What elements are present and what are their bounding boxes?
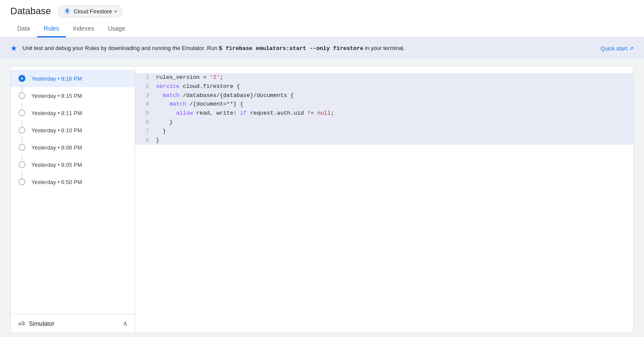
banner-text-before: Unit test and debug your Rules by downlo…	[22, 45, 217, 51]
timeline-item[interactable]: Yesterday • 8:11 PM	[11, 104, 135, 122]
code-line: 1 rules_version = '2';	[135, 73, 633, 82]
line-number: 7	[135, 127, 156, 136]
line-content: match /databases/{database}/documents {	[156, 91, 633, 100]
timeline-dot	[19, 92, 25, 99]
line-number: 8	[135, 136, 156, 145]
external-link-icon: ↗	[629, 45, 634, 52]
tab-rules[interactable]: Rules	[37, 21, 66, 37]
chevron-down-icon: ▾	[115, 9, 117, 14]
star-icon: ★	[10, 44, 17, 53]
line-content: allow read, write: if request.auth.uid !…	[156, 109, 633, 118]
info-banner: ★ Unit test and debug your Rules by down…	[0, 37, 644, 59]
line-number: 3	[135, 91, 156, 100]
code-line: 7 }	[135, 127, 633, 136]
timeline-label: Yesterday • 8:10 PM	[31, 127, 82, 134]
editor-panel: 1 rules_version = '2'; 2 service cloud.f…	[135, 66, 634, 333]
tab-indexes[interactable]: Indexes	[66, 21, 101, 37]
timeline-connector	[18, 144, 26, 151]
line-number: 2	[135, 82, 156, 91]
line-number: 1	[135, 73, 156, 82]
timeline-connector	[18, 161, 26, 168]
code-line: 3 match /databases/{database}/documents …	[135, 91, 633, 100]
timeline-item[interactable]: Yesterday • 8:05 PM	[11, 156, 135, 173]
timeline-connector	[18, 127, 26, 134]
line-number: 5	[135, 109, 156, 118]
timeline-connector	[18, 92, 26, 99]
timeline-item[interactable]: Yesterday • 6:50 PM	[11, 173, 135, 190]
page-header: Database Cloud Firestore ▾ Data Rules In…	[0, 0, 644, 37]
firestore-icon	[63, 7, 71, 15]
timeline-list: Yesterday • 8:16 PM Yesterday • 8:15 PM …	[11, 66, 135, 314]
line-number: 4	[135, 100, 156, 109]
simulator-icon	[18, 320, 25, 328]
line-number: 6	[135, 118, 156, 127]
banner-text: Unit test and debug your Rules by downlo…	[22, 45, 595, 52]
timeline-connector	[18, 178, 26, 185]
line-content: service cloud.firestore {	[156, 82, 633, 91]
code-editor[interactable]: 1 rules_version = '2'; 2 service cloud.f…	[135, 66, 633, 333]
tab-nav: Data Rules Indexes Usage	[10, 21, 634, 37]
timeline-dot	[19, 127, 25, 134]
code-line: 5 allow read, write: if request.auth.uid…	[135, 109, 633, 118]
timeline-panel: Yesterday • 8:16 PM Yesterday • 8:15 PM …	[10, 66, 135, 333]
simulator-label: Simulator	[29, 320, 54, 327]
simulator-toggle-button[interactable]: ∧	[123, 319, 128, 328]
timeline-label: Yesterday • 8:06 PM	[31, 144, 82, 151]
banner-code: $ firebase emulators:start --only firest…	[219, 45, 363, 52]
timeline-item[interactable]: Yesterday • 8:06 PM	[11, 139, 135, 156]
service-selector-label: Cloud Firestore	[74, 8, 112, 15]
code-line: 2 service cloud.firestore {	[135, 82, 633, 91]
line-content: }	[156, 136, 633, 145]
timeline-dot	[19, 144, 25, 151]
line-content: }	[156, 118, 633, 127]
timeline-dot-active	[19, 75, 25, 82]
timeline-label: Yesterday • 6:50 PM	[31, 179, 82, 185]
quick-start-link[interactable]: Quick start ↗	[600, 45, 634, 52]
timeline-dot	[19, 161, 25, 168]
tab-data[interactable]: Data	[10, 21, 37, 37]
code-line: 6 }	[135, 118, 633, 127]
timeline-dot	[19, 178, 25, 185]
timeline-label: Yesterday • 8:15 PM	[31, 93, 82, 99]
timeline-item[interactable]: Yesterday • 8:15 PM	[11, 87, 135, 104]
timeline-item[interactable]: Yesterday • 8:10 PM	[11, 122, 135, 139]
timeline-label: Yesterday • 8:16 PM	[31, 75, 82, 82]
code-line: 8 }	[135, 136, 633, 145]
page-title: Database	[10, 6, 51, 17]
main-content: Yesterday • 8:16 PM Yesterday • 8:15 PM …	[0, 59, 644, 337]
timeline-connector	[18, 75, 26, 82]
timeline-item[interactable]: Yesterday • 8:16 PM	[11, 70, 135, 87]
line-content: rules_version = '2';	[156, 73, 633, 82]
code-line: 4 match /{document=**} {	[135, 100, 633, 109]
simulator-footer: Simulator ∧	[11, 314, 135, 333]
tab-usage[interactable]: Usage	[101, 21, 132, 37]
timeline-label: Yesterday • 8:11 PM	[31, 110, 82, 116]
line-content: match /{document=**} {	[156, 100, 633, 109]
quick-start-label: Quick start	[600, 45, 627, 52]
timeline-dot	[19, 109, 25, 116]
timeline-label: Yesterday • 8:05 PM	[31, 162, 82, 168]
service-selector[interactable]: Cloud Firestore ▾	[58, 5, 122, 17]
banner-text-after: in your terminal.	[365, 45, 404, 51]
line-content: }	[156, 127, 633, 136]
timeline-connector	[18, 109, 26, 116]
